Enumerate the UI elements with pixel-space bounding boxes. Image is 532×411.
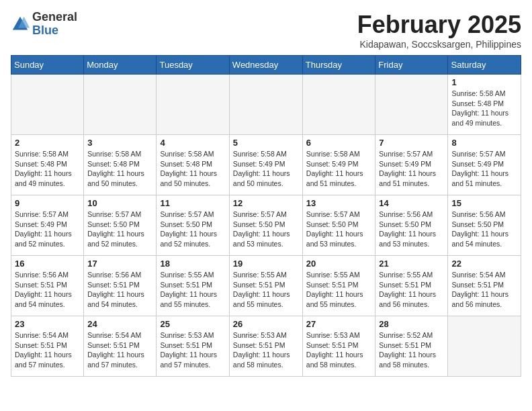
- day-number: 3: [87, 138, 152, 148]
- day-number: 11: [160, 198, 225, 208]
- calendar-cell: 20Sunrise: 5:55 AMSunset: 5:51 PMDayligh…: [302, 256, 375, 316]
- day-info: Sunrise: 5:57 AMSunset: 5:50 PMDaylight:…: [160, 210, 225, 249]
- day-number: 8: [451, 138, 517, 148]
- day-number: 5: [233, 138, 299, 148]
- calendar-cell: [157, 75, 229, 135]
- day-info: Sunrise: 5:58 AMSunset: 5:48 PMDaylight:…: [160, 149, 225, 189]
- calendar-cell: [302, 75, 375, 135]
- weekday-header: Thursday: [302, 56, 375, 75]
- calendar-cell: 11Sunrise: 5:57 AMSunset: 5:50 PMDayligh…: [157, 195, 229, 256]
- day-info: Sunrise: 5:58 AMSunset: 5:48 PMDaylight:…: [87, 149, 152, 189]
- day-info: Sunrise: 5:56 AMSunset: 5:51 PMDaylight:…: [87, 270, 152, 310]
- day-info: Sunrise: 5:57 AMSunset: 5:49 PMDaylight:…: [379, 149, 444, 189]
- day-info: Sunrise: 5:58 AMSunset: 5:49 PMDaylight:…: [306, 149, 372, 189]
- day-number: 17: [87, 259, 152, 269]
- day-info: Sunrise: 5:53 AMSunset: 5:51 PMDaylight:…: [306, 330, 372, 370]
- calendar-cell: 21Sunrise: 5:55 AMSunset: 5:51 PMDayligh…: [375, 256, 448, 316]
- day-number: 27: [306, 319, 372, 329]
- calendar-cell: 4Sunrise: 5:58 AMSunset: 5:48 PMDaylight…: [157, 135, 229, 195]
- day-info: Sunrise: 5:57 AMSunset: 5:50 PMDaylight:…: [306, 210, 372, 249]
- calendar-week-row: 1Sunrise: 5:58 AMSunset: 5:48 PMDaylight…: [11, 75, 521, 135]
- day-info: Sunrise: 5:55 AMSunset: 5:51 PMDaylight:…: [233, 270, 299, 310]
- calendar-cell: 8Sunrise: 5:57 AMSunset: 5:49 PMDaylight…: [448, 135, 521, 195]
- day-info: Sunrise: 5:52 AMSunset: 5:51 PMDaylight:…: [379, 330, 444, 370]
- day-number: 1: [451, 77, 517, 87]
- day-number: 23: [15, 319, 80, 329]
- calendar-cell: 27Sunrise: 5:53 AMSunset: 5:51 PMDayligh…: [302, 316, 375, 377]
- day-number: 16: [15, 259, 80, 269]
- calendar-cell: 19Sunrise: 5:55 AMSunset: 5:51 PMDayligh…: [229, 256, 302, 316]
- calendar-cell: 14Sunrise: 5:56 AMSunset: 5:50 PMDayligh…: [375, 195, 448, 256]
- logo-icon: [11, 15, 30, 34]
- day-number: 22: [451, 259, 517, 269]
- day-number: 26: [233, 319, 299, 329]
- weekday-header: Tuesday: [157, 56, 229, 75]
- day-info: Sunrise: 5:54 AMSunset: 5:51 PMDaylight:…: [15, 330, 80, 370]
- day-number: 24: [87, 319, 152, 329]
- calendar-cell: [448, 316, 521, 377]
- day-info: Sunrise: 5:55 AMSunset: 5:51 PMDaylight:…: [306, 270, 372, 310]
- title-block: February 2025 Kidapawan, Soccsksargen, P…: [357, 11, 521, 50]
- calendar-cell: 1Sunrise: 5:58 AMSunset: 5:48 PMDaylight…: [448, 75, 521, 135]
- calendar-cell: [84, 75, 157, 135]
- calendar-week-row: 2Sunrise: 5:58 AMSunset: 5:48 PMDaylight…: [11, 135, 521, 195]
- day-info: Sunrise: 5:56 AMSunset: 5:50 PMDaylight:…: [379, 210, 444, 249]
- day-number: 6: [306, 138, 372, 148]
- weekday-header: Sunday: [11, 56, 84, 75]
- calendar-cell: 17Sunrise: 5:56 AMSunset: 5:51 PMDayligh…: [84, 256, 157, 316]
- calendar-cell: 5Sunrise: 5:58 AMSunset: 5:49 PMDaylight…: [229, 135, 302, 195]
- day-number: 9: [15, 198, 80, 208]
- day-info: Sunrise: 5:54 AMSunset: 5:51 PMDaylight:…: [87, 330, 152, 370]
- day-info: Sunrise: 5:56 AMSunset: 5:50 PMDaylight:…: [451, 210, 517, 249]
- day-number: 4: [160, 138, 225, 148]
- calendar-cell: 28Sunrise: 5:52 AMSunset: 5:51 PMDayligh…: [375, 316, 448, 377]
- calendar-cell: 2Sunrise: 5:58 AMSunset: 5:48 PMDaylight…: [11, 135, 84, 195]
- day-number: 18: [160, 259, 225, 269]
- calendar-cell: 7Sunrise: 5:57 AMSunset: 5:49 PMDaylight…: [375, 135, 448, 195]
- weekday-header: Friday: [375, 56, 448, 75]
- day-info: Sunrise: 5:57 AMSunset: 5:50 PMDaylight:…: [87, 210, 152, 249]
- calendar-cell: 13Sunrise: 5:57 AMSunset: 5:50 PMDayligh…: [302, 195, 375, 256]
- day-info: Sunrise: 5:56 AMSunset: 5:51 PMDaylight:…: [15, 270, 80, 310]
- day-number: 21: [379, 259, 444, 269]
- day-info: Sunrise: 5:58 AMSunset: 5:48 PMDaylight:…: [451, 89, 517, 128]
- day-info: Sunrise: 5:55 AMSunset: 5:51 PMDaylight:…: [160, 270, 225, 310]
- day-number: 25: [160, 319, 225, 329]
- day-number: 28: [379, 319, 444, 329]
- calendar-cell: 26Sunrise: 5:53 AMSunset: 5:51 PMDayligh…: [229, 316, 302, 377]
- calendar-cell: 22Sunrise: 5:54 AMSunset: 5:51 PMDayligh…: [448, 256, 521, 316]
- day-info: Sunrise: 5:57 AMSunset: 5:50 PMDaylight:…: [233, 210, 299, 249]
- day-number: 7: [379, 138, 444, 148]
- calendar-cell: 16Sunrise: 5:56 AMSunset: 5:51 PMDayligh…: [11, 256, 84, 316]
- calendar-cell: 25Sunrise: 5:53 AMSunset: 5:51 PMDayligh…: [157, 316, 229, 377]
- calendar-week-row: 16Sunrise: 5:56 AMSunset: 5:51 PMDayligh…: [11, 256, 521, 316]
- calendar-cell: [375, 75, 448, 135]
- calendar-cell: 23Sunrise: 5:54 AMSunset: 5:51 PMDayligh…: [11, 316, 84, 377]
- month-title: February 2025: [357, 11, 521, 39]
- day-info: Sunrise: 5:58 AMSunset: 5:49 PMDaylight:…: [233, 149, 299, 189]
- day-number: 15: [451, 198, 517, 208]
- day-info: Sunrise: 5:55 AMSunset: 5:51 PMDaylight:…: [379, 270, 444, 310]
- day-number: 14: [379, 198, 444, 208]
- day-info: Sunrise: 5:57 AMSunset: 5:49 PMDaylight:…: [451, 149, 517, 189]
- day-number: 19: [233, 259, 299, 269]
- day-info: Sunrise: 5:57 AMSunset: 5:49 PMDaylight:…: [15, 210, 80, 249]
- calendar-cell: 24Sunrise: 5:54 AMSunset: 5:51 PMDayligh…: [84, 316, 157, 377]
- calendar-week-row: 23Sunrise: 5:54 AMSunset: 5:51 PMDayligh…: [11, 316, 521, 377]
- calendar-cell: 3Sunrise: 5:58 AMSunset: 5:48 PMDaylight…: [84, 135, 157, 195]
- day-number: 13: [306, 198, 372, 208]
- logo-text: General Blue: [32, 11, 77, 38]
- weekday-header: Saturday: [448, 56, 521, 75]
- day-number: 20: [306, 259, 372, 269]
- calendar-cell: [11, 75, 84, 135]
- calendar-cell: 10Sunrise: 5:57 AMSunset: 5:50 PMDayligh…: [84, 195, 157, 256]
- day-info: Sunrise: 5:58 AMSunset: 5:48 PMDaylight:…: [15, 149, 80, 189]
- calendar-week-row: 9Sunrise: 5:57 AMSunset: 5:49 PMDaylight…: [11, 195, 521, 256]
- calendar-cell: 12Sunrise: 5:57 AMSunset: 5:50 PMDayligh…: [229, 195, 302, 256]
- day-number: 10: [87, 198, 152, 208]
- calendar-cell: 18Sunrise: 5:55 AMSunset: 5:51 PMDayligh…: [157, 256, 229, 316]
- calendar-cell: 15Sunrise: 5:56 AMSunset: 5:50 PMDayligh…: [448, 195, 521, 256]
- day-number: 2: [15, 138, 80, 148]
- page-header: General Blue February 2025 Kidapawan, So…: [11, 11, 521, 50]
- calendar-table: SundayMondayTuesdayWednesdayThursdayFrid…: [11, 55, 521, 377]
